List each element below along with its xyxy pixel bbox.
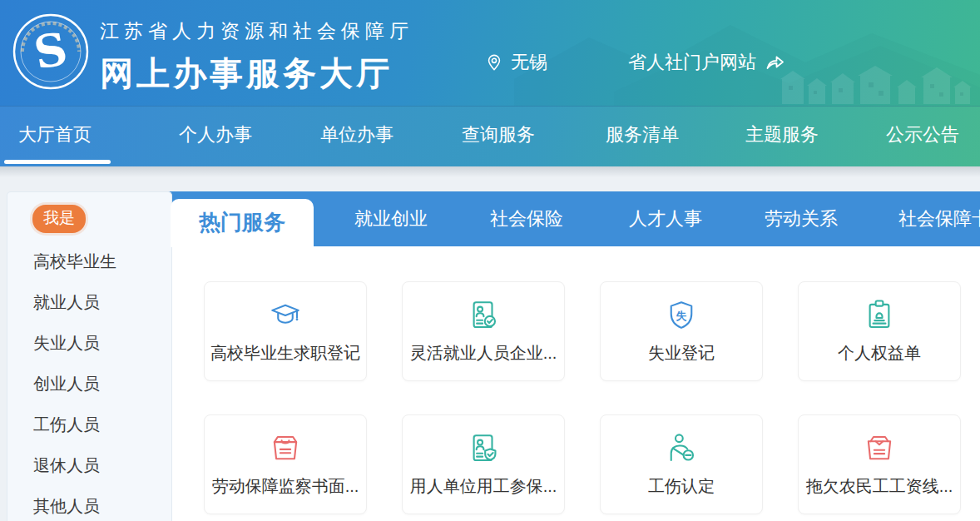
nav-item-personal-services[interactable]: 个人办事 — [179, 106, 252, 166]
svg-text:失: 失 — [676, 310, 687, 322]
service-card-label: 高校毕业生求职登记 — [210, 342, 360, 365]
sidebar-item-others[interactable]: 其他人员 — [7, 486, 171, 521]
nav-label: 大厅首页 — [18, 124, 92, 145]
tab-social-insurance[interactable]: 社会保险 — [490, 191, 563, 246]
service-card-unemployment-registration[interactable]: 失 失业登记 — [600, 281, 763, 381]
nav-item-public-notices[interactable]: 公示公告 — [886, 106, 959, 166]
portal-link-label: 省人社门户网站 — [628, 50, 756, 75]
svg-text:S: S — [30, 22, 72, 80]
sidebar-item-unemployed[interactable]: 失业人员 — [7, 323, 171, 364]
service-card-label: 劳动保障监察书面... — [212, 475, 359, 498]
tab-talent-hr[interactable]: 人才人事 — [629, 191, 702, 246]
service-card-graduate-job-registration[interactable]: 高校毕业生求职登记 — [204, 281, 367, 381]
service-card-label: 失业登记 — [648, 342, 715, 365]
sidebar-item-entrepreneurs[interactable]: 创业人员 — [7, 364, 171, 404]
injured-person-icon — [664, 431, 699, 466]
page-title: 网上办事服务大厅 — [100, 51, 413, 97]
service-card-labor-inspection-written[interactable]: 劳动保障监察书面... — [204, 414, 367, 514]
shield-shi-icon: 失 — [664, 298, 699, 333]
id-document-person-icon — [466, 298, 501, 333]
main-navigation: 大厅首页 个人办事 单位办事 查询服务 服务清单 主题服务 公示公告 — [0, 106, 980, 166]
service-card-employer-enrollment[interactable]: 用人单位用工参保... — [402, 414, 565, 514]
nav-item-employer-services[interactable]: 单位办事 — [320, 106, 393, 166]
nav-item-themed-services[interactable]: 主题服务 — [745, 106, 819, 166]
services-panel: 高校毕业生求职登记 灵活就业人员企业... 失 失业登记 — [172, 246, 980, 521]
service-card-personal-rights-statement[interactable]: 个人权益单 — [798, 281, 961, 381]
persona-list: 高校毕业生 就业人员 失业人员 创业人员 工伤人员 退休人员 其他人员 — [7, 241, 171, 521]
sidebar-item-work-injured[interactable]: 工伤人员 — [7, 404, 171, 445]
map-pin-icon — [485, 53, 503, 72]
id-document-shield-check-icon — [466, 431, 501, 466]
city-name: 无锡 — [511, 50, 547, 75]
page-header: S 江苏省人力资源和社会保障厅 网上办事服务大厅 无锡 省人社门户网站 — [0, 0, 980, 106]
service-card-label: 拖欠农民工工资线... — [806, 475, 953, 498]
open-archive-box-icon — [268, 431, 303, 466]
nav-item-hall-home[interactable]: 大厅首页 — [18, 106, 92, 166]
provincial-hrss-seal-logo: S — [12, 12, 90, 91]
site-titles: 江苏省人力资源和社会保障厅 网上办事服务大厅 — [100, 18, 413, 97]
org-name: 江苏省人力资源和社会保障厅 — [100, 18, 413, 44]
sidebar-item-employed[interactable]: 就业人员 — [7, 282, 171, 323]
sidebar-item-retired[interactable]: 退休人员 — [7, 445, 171, 486]
i-am-badge: 我是 — [32, 205, 86, 233]
service-card-flexible-employment[interactable]: 灵活就业人员企业... — [402, 281, 565, 381]
tab-employment-startup[interactable]: 就业创业 — [354, 191, 428, 246]
service-card-label: 灵活就业人员企业... — [410, 342, 557, 365]
service-card-label: 用人单位用工参保... — [410, 475, 557, 498]
service-card-grid: 高校毕业生求职登记 灵活就业人员企业... 失 失业登记 — [172, 246, 980, 514]
graduation-cap-icon — [268, 298, 303, 333]
portal-site-link[interactable]: 省人社门户网站 — [628, 50, 785, 75]
content-area: 我是 高校毕业生 就业人员 失业人员 创业人员 工伤人员 退休人员 其他人员 热… — [0, 166, 980, 521]
village-houses-decoration — [780, 51, 972, 106]
service-card-work-injury-determination[interactable]: 工伤认定 — [600, 414, 763, 514]
city-selector[interactable]: 无锡 — [485, 50, 547, 75]
service-card-migrant-wage-arrears-hotline[interactable]: 拖欠农民工工资线... — [798, 414, 961, 514]
service-card-label: 工伤认定 — [648, 475, 715, 498]
nav-item-query-services[interactable]: 查询服务 — [462, 106, 535, 166]
tab-hot-services[interactable]: 热门服务 — [171, 199, 314, 247]
sidebar-item-college-graduates[interactable]: 高校毕业生 — [7, 241, 171, 282]
service-card-label: 个人权益单 — [838, 342, 921, 365]
clipboard-seal-icon — [862, 298, 897, 333]
nav-item-service-list[interactable]: 服务清单 — [606, 106, 679, 166]
external-share-arrow-icon — [764, 52, 785, 73]
active-nav-underline — [4, 160, 111, 164]
tab-labor-relations[interactable]: 劳动关系 — [765, 191, 838, 246]
carton-box-icon — [862, 431, 897, 466]
tab-social-security-card[interactable]: 社会保障卡 — [898, 191, 980, 246]
persona-sidebar: 我是 高校毕业生 就业人员 失业人员 创业人员 工伤人员 退休人员 其他人员 — [7, 191, 172, 521]
